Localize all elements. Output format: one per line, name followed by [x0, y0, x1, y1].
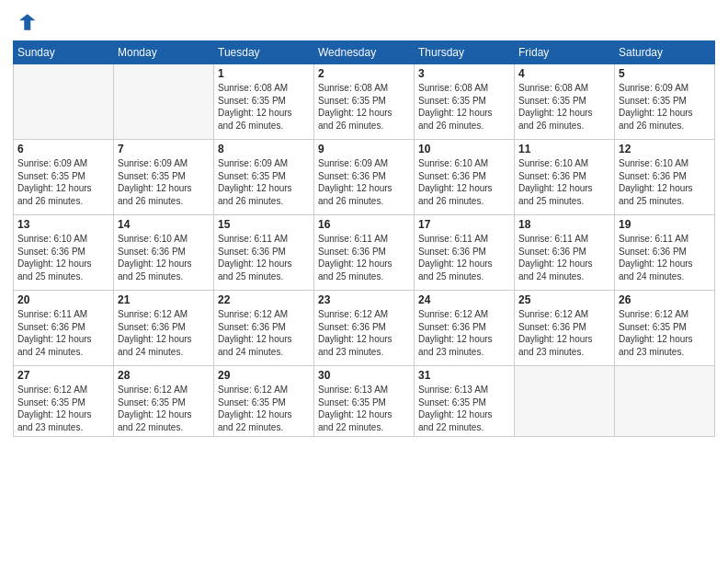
- day-number: 9: [318, 143, 410, 155]
- calendar-cell: 10Sunrise: 6:10 AM Sunset: 6:36 PM Dayli…: [415, 140, 515, 215]
- day-number: 22: [218, 293, 310, 306]
- day-number: 12: [619, 143, 711, 155]
- calendar-week-row: 20Sunrise: 6:11 AM Sunset: 6:36 PM Dayli…: [14, 291, 715, 366]
- day-number: 31: [418, 369, 510, 382]
- calendar-cell: 16Sunrise: 6:11 AM Sunset: 6:36 PM Dayli…: [314, 215, 415, 291]
- calendar-cell: 2Sunrise: 6:08 AM Sunset: 6:35 PM Daylig…: [314, 64, 415, 140]
- calendar-cell: 30Sunrise: 6:13 AM Sunset: 6:35 PM Dayli…: [314, 366, 415, 437]
- calendar-cell: 22Sunrise: 6:12 AM Sunset: 6:36 PM Dayli…: [214, 291, 314, 366]
- day-number: 26: [619, 293, 711, 306]
- day-info: Sunrise: 6:09 AM Sunset: 6:36 PM Dayligh…: [318, 157, 410, 207]
- day-info: Sunrise: 6:08 AM Sunset: 6:35 PM Dayligh…: [218, 82, 310, 132]
- day-info: Sunrise: 6:12 AM Sunset: 6:35 PM Dayligh…: [118, 384, 210, 433]
- day-number: 30: [318, 369, 410, 382]
- calendar-cell: 21Sunrise: 6:12 AM Sunset: 6:36 PM Dayli…: [114, 291, 214, 366]
- day-of-week-header: Friday: [515, 41, 615, 64]
- calendar-cell: 1Sunrise: 6:08 AM Sunset: 6:35 PM Daylig…: [214, 64, 314, 140]
- calendar-cell: 19Sunrise: 6:11 AM Sunset: 6:36 PM Dayli…: [615, 215, 715, 291]
- day-info: Sunrise: 6:12 AM Sunset: 6:35 PM Dayligh…: [619, 308, 711, 358]
- day-number: 16: [318, 218, 410, 231]
- day-of-week-header: Tuesday: [214, 41, 314, 64]
- calendar-cell: 28Sunrise: 6:12 AM Sunset: 6:35 PM Dayli…: [114, 366, 214, 437]
- day-number: 7: [118, 143, 210, 155]
- svg-marker-0: [19, 14, 36, 30]
- calendar-cell: 6Sunrise: 6:09 AM Sunset: 6:35 PM Daylig…: [14, 140, 114, 215]
- day-info: Sunrise: 6:13 AM Sunset: 6:35 PM Dayligh…: [418, 384, 510, 433]
- calendar-cell: 11Sunrise: 6:10 AM Sunset: 6:36 PM Dayli…: [515, 140, 615, 215]
- header: [13, 9, 715, 35]
- day-number: 29: [218, 369, 310, 382]
- calendar-cell: 15Sunrise: 6:11 AM Sunset: 6:36 PM Dayli…: [214, 215, 314, 291]
- day-number: 1: [218, 67, 310, 80]
- calendar-week-row: 1Sunrise: 6:08 AM Sunset: 6:35 PM Daylig…: [14, 64, 715, 140]
- day-info: Sunrise: 6:12 AM Sunset: 6:36 PM Dayligh…: [318, 308, 410, 358]
- day-of-week-header: Sunday: [14, 41, 114, 64]
- day-info: Sunrise: 6:12 AM Sunset: 6:35 PM Dayligh…: [17, 384, 109, 433]
- calendar-cell: 4Sunrise: 6:08 AM Sunset: 6:35 PM Daylig…: [515, 64, 615, 140]
- day-info: Sunrise: 6:09 AM Sunset: 6:35 PM Dayligh…: [17, 157, 109, 207]
- calendar-cell: 29Sunrise: 6:12 AM Sunset: 6:35 PM Dayli…: [214, 366, 314, 437]
- day-number: 14: [118, 218, 210, 231]
- calendar-cell: 9Sunrise: 6:09 AM Sunset: 6:36 PM Daylig…: [314, 140, 415, 215]
- day-info: Sunrise: 6:09 AM Sunset: 6:35 PM Dayligh…: [118, 157, 210, 207]
- day-info: Sunrise: 6:09 AM Sunset: 6:35 PM Dayligh…: [218, 157, 310, 207]
- calendar-week-row: 6Sunrise: 6:09 AM Sunset: 6:35 PM Daylig…: [14, 140, 715, 215]
- calendar-cell: [14, 64, 114, 140]
- day-info: Sunrise: 6:12 AM Sunset: 6:36 PM Dayligh…: [518, 308, 610, 358]
- day-of-week-header: Monday: [114, 41, 214, 64]
- day-info: Sunrise: 6:10 AM Sunset: 6:36 PM Dayligh…: [17, 233, 109, 282]
- day-number: 13: [17, 218, 109, 231]
- day-of-week-header: Thursday: [415, 41, 515, 64]
- day-number: 19: [619, 218, 711, 231]
- day-info: Sunrise: 6:10 AM Sunset: 6:36 PM Dayligh…: [619, 157, 711, 207]
- day-of-week-header: Wednesday: [314, 41, 415, 64]
- calendar-cell: 7Sunrise: 6:09 AM Sunset: 6:35 PM Daylig…: [114, 140, 214, 215]
- calendar-cell: [114, 64, 214, 140]
- day-info: Sunrise: 6:11 AM Sunset: 6:36 PM Dayligh…: [218, 233, 310, 282]
- calendar-cell: 18Sunrise: 6:11 AM Sunset: 6:36 PM Dayli…: [515, 215, 615, 291]
- day-info: Sunrise: 6:10 AM Sunset: 6:36 PM Dayligh…: [418, 157, 510, 207]
- day-info: Sunrise: 6:11 AM Sunset: 6:36 PM Dayligh…: [418, 233, 510, 282]
- logo: [13, 9, 42, 35]
- day-number: 24: [418, 293, 510, 306]
- day-number: 5: [619, 67, 711, 80]
- day-number: 28: [118, 369, 210, 382]
- day-number: 3: [418, 67, 510, 80]
- logo-icon: [13, 9, 39, 35]
- day-info: Sunrise: 6:11 AM Sunset: 6:36 PM Dayligh…: [518, 233, 610, 282]
- day-info: Sunrise: 6:08 AM Sunset: 6:35 PM Dayligh…: [318, 82, 410, 132]
- day-number: 10: [418, 143, 510, 155]
- calendar-cell: 23Sunrise: 6:12 AM Sunset: 6:36 PM Dayli…: [314, 291, 415, 366]
- calendar-cell: 5Sunrise: 6:09 AM Sunset: 6:35 PM Daylig…: [615, 64, 715, 140]
- day-info: Sunrise: 6:12 AM Sunset: 6:36 PM Dayligh…: [218, 308, 310, 358]
- calendar-cell: 17Sunrise: 6:11 AM Sunset: 6:36 PM Dayli…: [415, 215, 515, 291]
- calendar-cell: 13Sunrise: 6:10 AM Sunset: 6:36 PM Dayli…: [14, 215, 114, 291]
- calendar-cell: 27Sunrise: 6:12 AM Sunset: 6:35 PM Dayli…: [14, 366, 114, 437]
- day-info: Sunrise: 6:12 AM Sunset: 6:36 PM Dayligh…: [118, 308, 210, 358]
- day-number: 2: [318, 67, 410, 80]
- day-info: Sunrise: 6:11 AM Sunset: 6:36 PM Dayligh…: [17, 308, 109, 358]
- day-info: Sunrise: 6:11 AM Sunset: 6:36 PM Dayligh…: [318, 233, 410, 282]
- day-info: Sunrise: 6:12 AM Sunset: 6:35 PM Dayligh…: [218, 384, 310, 433]
- day-number: 25: [518, 293, 610, 306]
- page: SundayMondayTuesdayWednesdayThursdayFrid…: [0, 0, 728, 563]
- day-number: 15: [218, 218, 310, 231]
- day-number: 23: [318, 293, 410, 306]
- day-number: 17: [418, 218, 510, 231]
- day-info: Sunrise: 6:12 AM Sunset: 6:36 PM Dayligh…: [418, 308, 510, 358]
- calendar-cell: 25Sunrise: 6:12 AM Sunset: 6:36 PM Dayli…: [515, 291, 615, 366]
- calendar-week-row: 13Sunrise: 6:10 AM Sunset: 6:36 PM Dayli…: [14, 215, 715, 291]
- calendar-cell: 3Sunrise: 6:08 AM Sunset: 6:35 PM Daylig…: [415, 64, 515, 140]
- day-number: 4: [518, 67, 610, 80]
- day-number: 21: [118, 293, 210, 306]
- day-info: Sunrise: 6:10 AM Sunset: 6:36 PM Dayligh…: [118, 233, 210, 282]
- day-info: Sunrise: 6:11 AM Sunset: 6:36 PM Dayligh…: [619, 233, 711, 282]
- calendar-cell: 20Sunrise: 6:11 AM Sunset: 6:36 PM Dayli…: [14, 291, 114, 366]
- day-number: 11: [518, 143, 610, 155]
- calendar-cell: [515, 366, 615, 437]
- day-info: Sunrise: 6:09 AM Sunset: 6:35 PM Dayligh…: [619, 82, 711, 132]
- calendar-table: SundayMondayTuesdayWednesdayThursdayFrid…: [13, 40, 715, 437]
- day-info: Sunrise: 6:10 AM Sunset: 6:36 PM Dayligh…: [518, 157, 610, 207]
- calendar-cell: 12Sunrise: 6:10 AM Sunset: 6:36 PM Dayli…: [615, 140, 715, 215]
- day-number: 18: [518, 218, 610, 231]
